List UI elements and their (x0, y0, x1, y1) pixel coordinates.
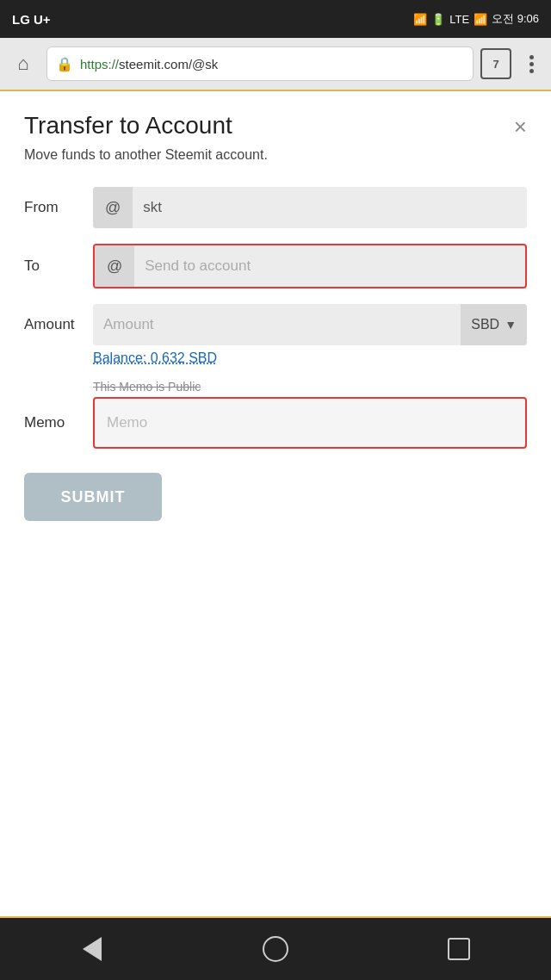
battery-icon: 🔋 (431, 13, 445, 26)
menu-dot-1 (529, 55, 534, 59)
home-button[interactable]: ⌂ (7, 47, 40, 80)
recent-square-icon (448, 938, 470, 960)
bluetooth-icon: 📶 (413, 13, 427, 26)
balance-link[interactable]: Balance: 0.632 SBD (93, 350, 527, 366)
to-label: To (24, 257, 93, 275)
lock-icon: 🔒 (56, 56, 73, 72)
menu-dot-3 (529, 69, 534, 73)
home-circle-icon (263, 936, 288, 962)
back-icon (83, 937, 102, 961)
memo-row: Memo (24, 397, 527, 449)
page-content: Transfer to Account × Move funds to anot… (0, 90, 551, 918)
amount-input[interactable] (93, 304, 461, 345)
currency-label: SBD (471, 317, 499, 332)
close-button[interactable]: × (514, 114, 527, 140)
menu-button[interactable] (518, 48, 544, 79)
dialog-subtitle: Move funds to another Steemit account. (24, 147, 527, 163)
dialog-title: Transfer to Account (24, 112, 232, 140)
recent-nav-button[interactable] (433, 923, 485, 975)
to-row: To @ (24, 244, 527, 288)
chevron-down-icon: ▼ (505, 318, 517, 332)
amount-row: Amount SBD ▼ (24, 304, 527, 345)
url-bar[interactable]: 🔒 https://steemit.com/@sk (46, 47, 474, 81)
currency-selector[interactable]: SBD ▼ (461, 304, 527, 345)
to-at-symbol: @ (95, 245, 134, 287)
memo-input[interactable] (95, 399, 525, 447)
from-at-symbol: @ (93, 187, 133, 228)
dialog-header: Transfer to Account × (24, 112, 527, 140)
from-row: From @ skt (24, 187, 527, 228)
tabs-count: 7 (492, 58, 498, 71)
from-input-group: @ skt (93, 187, 527, 228)
to-input[interactable] (134, 245, 525, 287)
bottom-navigation (0, 918, 551, 980)
memo-label: Memo (24, 414, 93, 431)
memo-public-label: This Memo is Public (93, 380, 527, 394)
from-label: From (24, 199, 93, 216)
home-nav-button[interactable] (250, 923, 301, 975)
signal-icon: 📶 (474, 13, 487, 26)
amount-input-group: SBD ▼ (93, 304, 527, 345)
status-icons: 📶 🔋 LTE 📶 오전 9:06 (413, 11, 539, 27)
to-input-group: @ (93, 244, 527, 288)
carrier-label: LG U+ (12, 12, 51, 27)
back-nav-button[interactable] (66, 923, 118, 975)
url-text: https://steemit.com/@sk (80, 57, 218, 71)
browser-bar: ⌂ 🔒 https://steemit.com/@sk 7 (0, 38, 551, 90)
empty-space (24, 521, 527, 624)
lte-label: LTE (449, 13, 469, 26)
tabs-button[interactable]: 7 (480, 48, 511, 79)
menu-dot-2 (529, 62, 534, 66)
memo-input-wrapper (93, 397, 527, 449)
time-label: 오전 9:06 (492, 11, 539, 27)
home-icon: ⌂ (17, 53, 28, 75)
from-value: skt (133, 187, 527, 228)
amount-label: Amount (24, 316, 93, 333)
status-bar: LG U+ 📶 🔋 LTE 📶 오전 9:06 (0, 0, 551, 38)
submit-button[interactable]: SUBMIT (24, 473, 162, 521)
